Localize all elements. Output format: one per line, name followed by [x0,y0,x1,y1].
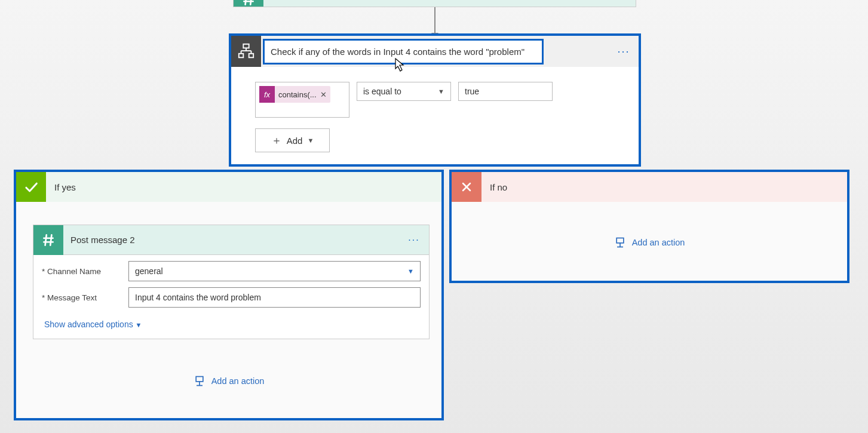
operator-label: is equal to [363,87,401,96]
hash-icon [234,0,263,7]
check-icon [16,172,46,202]
condition-title[interactable]: Check if any of the words in Input 4 con… [263,39,544,65]
chevron-down-icon: ▼ [136,321,142,328]
if-yes-branch: If yes Post message 2 ··· * Channel Name… [14,170,444,420]
expression-text: contains(... [278,90,317,99]
svg-line-14 [50,235,51,245]
post-message-2-header[interactable]: Post message 2 ··· [33,225,429,255]
show-advanced-link[interactable]: Show advanced options ▼ [33,308,429,339]
add-action-no-label: Add an action [632,238,685,247]
svg-line-3 [250,0,251,4]
add-action-no[interactable]: Add an action [452,237,847,248]
flow-connector [434,7,435,34]
channel-name-value: general [135,266,163,276]
action-menu-button[interactable]: ··· [399,235,429,245]
chevron-down-icon: ▼ [438,88,444,95]
if-no-branch: If no Add an action [449,170,849,283]
condition-left-value[interactable]: fx contains(... ✕ [255,82,349,118]
chevron-down-icon: ▼ [407,268,414,275]
condition-right-value[interactable]: true [458,82,553,101]
message-text-value: Input 4 contains the word problem [135,293,261,302]
remove-expression-icon[interactable]: ✕ [320,90,327,99]
hash-icon [33,225,63,255]
chevron-down-icon: ▼ [307,137,314,144]
svg-rect-4 [243,44,249,48]
add-action-yes-label: Add an action [211,376,265,386]
if-yes-header[interactable]: If yes [16,172,441,202]
condition-header[interactable]: Check if any of the words in Input 4 con… [231,36,639,67]
svg-line-2 [246,0,247,4]
channel-name-select[interactable]: general ▼ [128,261,421,281]
svg-rect-9 [239,54,244,58]
add-condition-button[interactable]: ＋ Add ▼ [255,128,330,152]
add-action-yes[interactable]: Add an action [16,375,441,387]
svg-rect-10 [249,54,254,58]
prev-action-card[interactable] [233,0,636,7]
channel-name-label: * Channel Name [42,267,128,276]
message-text-label: * Message Text [42,293,128,302]
svg-line-13 [45,235,47,245]
post-message-2-card: Post message 2 ··· * Channel Name genera… [33,225,430,339]
expression-pill[interactable]: fx contains(... ✕ [259,86,330,103]
close-icon [452,172,481,202]
condition-operator-select[interactable]: is equal to ▼ [357,82,451,101]
svg-rect-20 [617,238,624,243]
if-no-label: If no [481,182,507,192]
action-title: Post message 2 [63,235,399,245]
condition-icon [231,36,261,67]
if-no-header[interactable]: If no [452,172,847,202]
condition-card: Check if any of the words in Input 4 con… [229,33,641,167]
add-label: Add [287,136,303,146]
show-advanced-label: Show advanced options [44,320,133,329]
if-yes-label: If yes [46,182,76,192]
fx-icon: fx [259,86,275,103]
condition-menu-button[interactable]: ··· [609,45,639,58]
svg-rect-15 [196,377,203,382]
message-text-input[interactable]: Input 4 contains the word problem [128,287,421,308]
plus-icon: ＋ [271,133,282,148]
value-text: true [465,87,479,96]
